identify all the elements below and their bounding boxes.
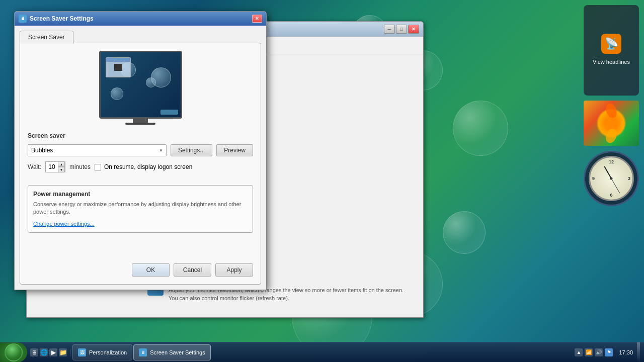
taskbar: 🖥 🌐 ▶ 📁 🖼 Personalization 🖥 Screen Saver… — [0, 342, 644, 362]
dropdown-arrow-icon: ▼ — [159, 148, 163, 153]
dialog-controls: ✕ — [252, 15, 262, 23]
desktop: 📡 View headlines 12 3 6 9 — [0, 0, 644, 362]
dialog-icon: 🖥 — [19, 15, 27, 23]
wait-row: Wait: 10 ▲ ▼ minutes On resume, display … — [28, 161, 253, 172]
preview-button[interactable]: Preview — [216, 144, 253, 156]
preview-base — [125, 123, 155, 125]
preview-area — [28, 51, 253, 125]
system-clock: 17:30 — [619, 349, 633, 355]
dropdown-value: Bubbles — [31, 147, 53, 154]
dialog-title-text: Screen Saver Settings — [30, 15, 94, 22]
photo-inner — [584, 101, 639, 146]
tray-volume-icon[interactable]: 🔊 — [595, 348, 603, 356]
window-controls: ─ □ ✕ — [384, 25, 419, 34]
clock-center — [610, 177, 613, 180]
tray-notification-icon[interactable]: ⚑ — [605, 348, 613, 356]
preview-screen — [101, 52, 181, 117]
power-desc: Conserve energy or maximize performance … — [33, 201, 248, 216]
cancel-button[interactable]: Cancel — [174, 263, 211, 277]
minimize-button[interactable]: ─ — [384, 25, 395, 34]
resume-checkbox[interactable] — [95, 164, 101, 170]
tab-bar: Screen Saver — [20, 31, 261, 43]
power-title: Power management — [33, 191, 248, 198]
apply-button[interactable]: Apply — [215, 263, 253, 277]
preview-container — [99, 51, 182, 125]
clock-9: 9 — [592, 176, 595, 181]
taskbar-items: 🖼 Personalization 🖥 Screen Saver Setting… — [70, 342, 569, 362]
power-management-section: Power management Conserve energy or maxi… — [28, 185, 253, 233]
preview-bubble — [111, 87, 123, 100]
dialog-body: Screen Saver — [15, 26, 266, 290]
photo-widget — [584, 101, 639, 146]
bubble-decoration — [443, 211, 486, 254]
show-desktop-strip[interactable] — [637, 342, 640, 363]
tab-content: Screen saver Bubbles ▼ Settings... Previ… — [20, 43, 261, 285]
system-tray: ▲ 📶 🔊 ⚑ 17:30 — [569, 342, 644, 362]
dialog-title-bar: 🖥 Screen Saver Settings ✕ — [15, 12, 266, 26]
wait-spinner[interactable]: 10 ▲ ▼ — [45, 161, 65, 172]
tray-arrow-icon[interactable]: ▲ — [575, 348, 583, 356]
screen-saver-label: Screen saver — [28, 132, 65, 139]
close-button[interactable]: ✕ — [408, 25, 419, 34]
resume-label: On resume, display logon screen — [104, 163, 192, 170]
dialog-icon-symbol: 🖥 — [21, 16, 25, 21]
preview-stand — [133, 119, 148, 123]
spinner-buttons[interactable]: ▲ ▼ — [58, 161, 65, 172]
maximize-button[interactable]: □ — [396, 25, 407, 34]
preview-monitor — [99, 51, 182, 119]
browser-icon[interactable]: 🌐 — [40, 348, 48, 356]
clock-12: 12 — [609, 159, 614, 164]
clock-time: 17:30 — [619, 349, 633, 355]
screen-saver-dropdown[interactable]: Bubbles ▼ — [28, 144, 167, 156]
settings-button[interactable]: Settings... — [171, 144, 212, 156]
side-panel: 📡 View headlines 12 3 6 9 — [579, 0, 644, 342]
clock-6: 6 — [610, 193, 612, 198]
spinner-down-button[interactable]: ▼ — [58, 167, 65, 172]
taskbar-item-personalization[interactable]: 🖼 Personalization — [72, 344, 132, 360]
clock-3: 3 — [628, 176, 630, 181]
tab-screen-saver[interactable]: Screen Saver — [20, 31, 73, 44]
clock-face: 12 3 6 9 — [589, 156, 634, 201]
taskbar-item-screen-saver[interactable]: 🖥 Screen Saver Settings — [133, 344, 210, 360]
spinner-up-button[interactable]: ▲ — [58, 161, 65, 167]
clock-widget: 12 3 6 9 — [584, 151, 639, 206]
start-button[interactable] — [0, 342, 27, 363]
screen-saver-dialog: 🖥 Screen Saver Settings ✕ Screen Saver — [14, 11, 267, 290]
start-orb — [5, 343, 23, 361]
minutes-label: minutes — [69, 163, 91, 170]
screen-saver-select-row: Screen saver — [28, 132, 253, 139]
rss-label: View headlines — [591, 57, 632, 67]
show-desktop-icon[interactable]: 🖥 — [30, 348, 38, 356]
preview-window-thumb — [106, 57, 131, 77]
personalization-taskbar-icon: 🖼 — [78, 348, 86, 356]
preview-taskbar — [160, 110, 178, 115]
dialog-footer: OK Cancel Apply — [28, 258, 253, 277]
screen-saver-taskbar-icon: 🖥 — [139, 348, 147, 356]
bubble-decoration — [453, 101, 508, 156]
quick-launch: 🖥 🌐 ▶ 📁 — [27, 348, 70, 356]
rss-widget[interactable]: 📡 View headlines — [584, 5, 639, 96]
rss-icon-symbol: 📡 — [605, 37, 618, 50]
preview-bubble — [151, 67, 171, 87]
clock-minute-hand — [611, 178, 620, 194]
resume-checkbox-row: On resume, display logon screen — [95, 163, 192, 170]
dialog-close-button[interactable]: ✕ — [252, 15, 262, 23]
screen-saver-taskbar-label: Screen Saver Settings — [150, 349, 205, 355]
explorer-icon[interactable]: 📁 — [59, 348, 67, 356]
system-icons: ▲ 📶 🔊 ⚑ — [573, 348, 615, 356]
tray-network-icon[interactable]: 📶 — [585, 348, 593, 356]
media-icon[interactable]: ▶ — [49, 348, 57, 356]
power-settings-link[interactable]: Change power settings... — [33, 221, 95, 227]
screen-saver-controls-row: Bubbles ▼ Settings... Preview — [28, 144, 253, 156]
rss-icon: 📡 — [601, 34, 621, 54]
ok-button[interactable]: OK — [132, 263, 170, 277]
wait-value: 10 — [46, 163, 58, 170]
display-desc2: You can also control monitor flicker (re… — [169, 295, 418, 302]
wait-label: Wait: — [28, 163, 41, 170]
personalization-taskbar-label: Personalization — [89, 349, 127, 355]
